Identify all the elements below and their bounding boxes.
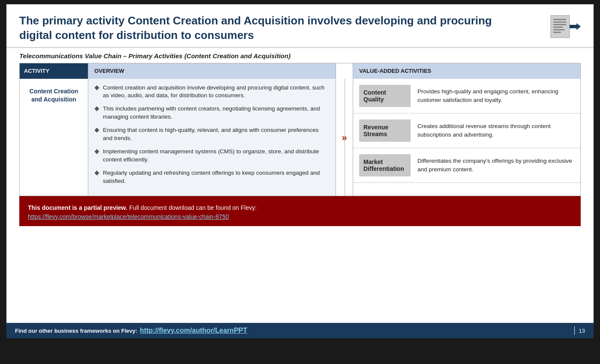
value-item-3: Market Differentiation Differentiates th… [353,148,580,183]
overview-text-5: Regularly updating and refreshing conten… [103,169,329,185]
banner-text: This document is a partial preview. Full… [28,204,572,212]
svg-rect-2 [553,21,566,23]
banner-link[interactable]: https://flevy.com/browse/marketplace/tel… [28,213,572,220]
subtitle-text: Telecommunications Value Chain – Primary… [19,52,581,60]
bullet-icon-4 [94,149,99,154]
footer: Find our other business frameworks on Fl… [6,323,594,338]
footer-page-number: 13 [579,328,585,334]
overview-item-4: Implementing content management systems … [95,148,329,164]
svg-marker-7 [570,23,581,30]
header-section: The primary activity Content Creation an… [6,4,594,48]
activity-label: Content Creation and Acquisition [24,87,84,104]
bullet-icon-2 [94,107,99,111]
footer-divider [574,326,575,335]
activity-body: Content Creation and Acquisition [20,79,88,113]
footer-page-area: 13 [570,326,585,335]
col-divider: » [336,63,353,196]
value-item-1: Content Quality Provides high-quality an… [353,79,580,113]
overview-text-4: Implementing content management systems … [103,148,329,164]
value-label-1: Content Quality [359,85,411,107]
col-value: VALUE-ADDED ACTIVITIES Content Quality P… [353,63,580,196]
overview-text-3: Ensuring that content is high-quality, r… [103,126,329,143]
value-header: VALUE-ADDED ACTIVITIES [353,63,580,79]
activity-header: ACTIVITY [20,63,88,79]
value-desc-3: Differentiates the company's offerings b… [417,154,574,176]
header-title: The primary activity Content Creation an… [19,14,512,43]
overview-body: Content creation and acquisition involve… [88,79,336,196]
header-logo [546,14,581,39]
banner-normal-text: Full document download can be found on F… [129,204,257,211]
svg-rect-5 [553,29,564,30]
overview-item-1: Content creation and acquisition involve… [95,84,329,100]
footer-text: Find our other business frameworks on Fl… [15,328,137,334]
footer-content: Find our other business frameworks on Fl… [15,327,247,334]
value-desc-2: Creates additional revenue streams throu… [417,119,574,142]
overview-text-2: This includes partnering with content cr… [103,105,329,121]
bullet-icon-5 [94,170,99,175]
overview-item-3: Ensuring that content is high-quality, r… [95,126,329,143]
red-banner: This document is a partial preview. Full… [19,196,581,226]
col-overview: OVERVIEW Content creation and acquisitio… [88,63,336,196]
overview-header: OVERVIEW [88,63,336,79]
slide-container: The primary activity Content Creation an… [6,4,594,338]
value-label-3: Market Differentiation [359,154,411,176]
value-item-2: Revenue Streams Creates additional reven… [353,113,580,148]
value-desc-1: Provides high-quality and engaging conte… [417,85,574,107]
arrow-icon: » [342,132,347,143]
main-table: ACTIVITY Content Creation and Acquisitio… [19,63,581,196]
svg-rect-6 [553,32,561,33]
col-activity: ACTIVITY Content Creation and Acquisitio… [20,63,88,196]
bullet-icon-1 [94,85,99,90]
overview-item-5: Regularly updating and refreshing conten… [95,169,329,185]
bullet-icon-3 [94,128,99,132]
svg-rect-1 [553,19,566,20]
svg-rect-3 [553,24,566,25]
svg-rect-4 [553,27,563,28]
value-label-2: Revenue Streams [359,119,411,142]
footer-link[interactable]: http://flevy.com/author/LearnPPT [140,327,247,334]
overview-text-1: Content creation and acquisition involve… [103,84,329,100]
banner-bold-text: This document is a partial preview. [28,204,127,211]
subtitle-section: Telecommunications Value Chain – Primary… [6,48,594,63]
overview-item-2: This includes partnering with content cr… [95,105,329,121]
